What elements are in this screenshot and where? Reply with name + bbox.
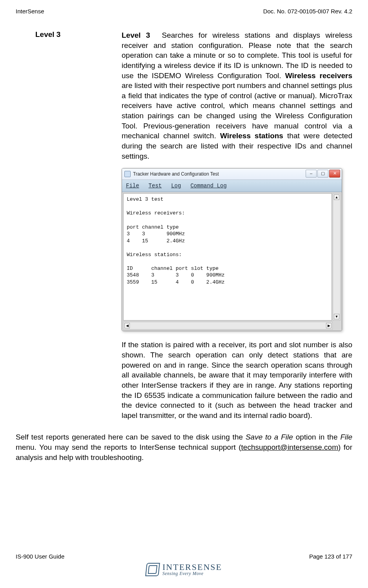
bottom-paragraph: Self test reports generated here can be …	[16, 432, 352, 462]
level3-section: Level 3 Level 3Searches for wireless sta…	[16, 30, 352, 420]
menu-log[interactable]: Log	[171, 182, 181, 190]
window-title-text: Tracker Hardware and Configuration Test	[133, 171, 219, 177]
footer-logo: INTERSENSE Sensing Every Move	[16, 563, 352, 576]
bp-file-menu: File	[340, 433, 352, 441]
bp-save-to-file: Save to a File	[246, 433, 293, 441]
logo-tagline: Sensing Every Move	[162, 572, 222, 576]
header-left: InterSense	[16, 8, 44, 15]
bp-t1: Self test reports generated here can be …	[16, 433, 246, 441]
hscroll-row: ◀ ▶	[122, 322, 342, 331]
section-label: Level 3	[16, 30, 122, 420]
console-output[interactable]: Level 3 test Wireless receivers: port ch…	[123, 193, 332, 321]
bp-t3: menu. You may send the reports to InterS…	[16, 443, 241, 451]
document-page: InterSense Doc. No. 072-00105-0I07 Rev. …	[0, 0, 368, 588]
page-header: InterSense Doc. No. 072-00105-0I07 Rev. …	[16, 8, 352, 15]
window-titlebar[interactable]: Tracker Hardware and Configuration Test …	[122, 169, 342, 180]
horizontal-scrollbar[interactable]: ◀ ▶	[123, 322, 333, 330]
section-para1: Level 3Searches for wireless stations an…	[122, 30, 352, 161]
header-right: Doc. No. 072-00105-0I07 Rev. 4.2	[263, 8, 352, 15]
window-app-icon	[124, 171, 131, 177]
support-email-link[interactable]: techsupport@intersense.com	[241, 443, 338, 451]
footer-left: IS-900 User Guide	[16, 553, 64, 560]
p1-bold1: Wireless receivers	[285, 71, 352, 80]
footer-right: Page 123 of 177	[309, 553, 352, 560]
vertical-scrollbar[interactable]: ▲ ▼	[333, 193, 341, 321]
scroll-right-arrow-icon[interactable]: ▶	[326, 323, 332, 328]
section-body: Level 3Searches for wireless stations an…	[122, 30, 352, 420]
scroll-left-arrow-icon[interactable]: ◀	[124, 323, 130, 328]
menu-test[interactable]: Test	[149, 182, 162, 190]
logo-text: INTERSENSE Sensing Every Move	[162, 563, 222, 576]
menu-command-log[interactable]: Command Log	[190, 182, 226, 190]
intersense-logo-icon	[145, 563, 160, 576]
window-client-area: Level 3 test Wireless receivers: port ch…	[122, 192, 342, 322]
window-menubar: File Test Log Command Log	[122, 180, 342, 192]
menu-file[interactable]: File	[126, 182, 139, 190]
app-window: Tracker Hardware and Configuration Test …	[122, 168, 342, 331]
scroll-down-arrow-icon[interactable]: ▼	[334, 314, 339, 319]
page-footer: IS-900 User Guide Page 123 of 177 INTERS…	[16, 553, 352, 576]
maximize-button[interactable]: ▢	[317, 170, 328, 178]
window-controls: – ▢ ✕	[306, 170, 340, 178]
section-para2: If the station is paired with a receiver…	[122, 340, 352, 420]
scroll-up-arrow-icon[interactable]: ▲	[334, 194, 339, 200]
minimize-button[interactable]: –	[306, 170, 317, 178]
footer-line: IS-900 User Guide Page 123 of 177	[16, 553, 352, 560]
close-button[interactable]: ✕	[329, 170, 340, 178]
section-lead-bold: Level 3	[122, 31, 150, 39]
bp-t2: option in the	[293, 433, 341, 441]
logo-brand: INTERSENSE	[162, 563, 222, 572]
p1-bold2: Wireless stations	[220, 132, 283, 140]
scroll-corner	[333, 322, 341, 330]
